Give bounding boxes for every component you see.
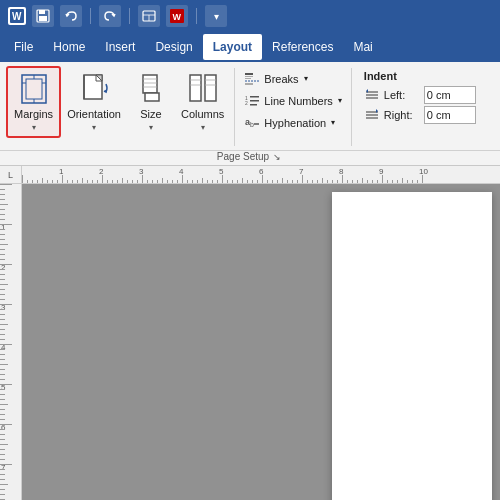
divider [129, 8, 130, 24]
breaks-button[interactable]: Breaks ▾ [239, 68, 346, 89]
indent-left-value[interactable]: 0 cm [424, 86, 476, 104]
ruler-corner: L [0, 166, 22, 184]
page-setup-dialog-btn[interactable]: ↘ [271, 151, 283, 163]
document-area: L 12345678910 12345678910 [0, 166, 500, 500]
indent-right-row: Right: 0 cm [364, 106, 476, 124]
title-bar: W W ▾ [0, 0, 500, 32]
ribbon: Margins ▾ Orientation ▾ [0, 62, 500, 166]
size-icon [133, 70, 169, 106]
orientation-arrow: ▾ [92, 123, 96, 132]
undo-button[interactable] [60, 5, 82, 27]
svg-rect-36 [245, 83, 253, 85]
margins-button[interactable]: Margins ▾ [6, 66, 61, 138]
hyphenation-icon: a b [244, 115, 260, 131]
hyphenation-dropdown: ▾ [331, 118, 335, 127]
svg-rect-34 [245, 78, 251, 79]
svg-rect-11 [26, 79, 42, 99]
save-button[interactable] [32, 5, 54, 27]
indent-title: Indent [364, 70, 476, 82]
svg-rect-33 [245, 76, 253, 77]
svg-text:b: b [250, 121, 254, 128]
margins-icon [16, 72, 52, 106]
hyphenation-button[interactable]: a b Hyphenation ▾ [239, 112, 346, 133]
page-white [332, 192, 492, 500]
svg-rect-27 [205, 75, 216, 101]
word-icon-btn[interactable]: W [166, 5, 188, 27]
svg-rect-41 [250, 104, 257, 106]
indent-left-label: Left: [384, 89, 420, 101]
breaks-icon [244, 71, 260, 87]
columns-label: Columns [181, 108, 224, 121]
ruler-corner-label: L [0, 166, 21, 183]
columns-arrow: ▾ [201, 123, 205, 132]
margins-arrow: ▾ [32, 123, 36, 132]
svg-rect-3 [39, 10, 45, 14]
ruler-vertical: 12345678910 [0, 184, 22, 500]
svg-rect-39 [250, 96, 259, 98]
breaks-label: Breaks [264, 73, 298, 85]
indent-left-row: Left: 0 cm [364, 86, 476, 104]
content-area: 12345678910 [0, 184, 500, 500]
ruler-area: L 12345678910 [0, 166, 500, 184]
breaks-dropdown: ▾ [304, 74, 308, 83]
ruler-horizontal: 12345678910 [22, 166, 500, 184]
menu-design[interactable]: Design [145, 34, 202, 60]
svg-text:W: W [173, 12, 182, 22]
line-numbers-dropdown: ▾ [338, 96, 342, 105]
size-button[interactable]: Size ▾ [127, 66, 175, 138]
columns-icon [185, 70, 221, 106]
document-canvas [22, 184, 500, 500]
line-numbers-label: Line Numbers [264, 95, 332, 107]
redo-button[interactable] [99, 5, 121, 27]
orientation-button[interactable]: Orientation ▾ [61, 66, 127, 138]
svg-rect-22 [145, 93, 159, 101]
line-numbers-button[interactable]: 1 2 Line Numbers ▾ [239, 90, 346, 111]
menu-home[interactable]: Home [43, 34, 95, 60]
size-arrow: ▾ [149, 123, 153, 132]
indent-section: Indent Left: 0 cm [356, 66, 484, 148]
menu-insert[interactable]: Insert [95, 34, 145, 60]
svg-rect-4 [39, 16, 47, 21]
svg-rect-40 [250, 100, 259, 102]
divider [90, 8, 91, 24]
indent-right-value[interactable]: 0 cm [424, 106, 476, 124]
svg-text:W: W [12, 11, 22, 22]
margins-label: Margins [14, 108, 53, 121]
menu-file[interactable]: File [4, 34, 43, 60]
orientation-label: Orientation [67, 108, 121, 121]
svg-rect-21 [143, 75, 157, 93]
hyphenation-label: Hyphenation [264, 117, 326, 129]
stacked-buttons-group: Breaks ▾ 1 2 Line Numbers ▾ [239, 66, 346, 148]
menu-references[interactable]: References [262, 34, 343, 60]
indent-right-icon [364, 107, 380, 123]
indent-right-label: Right: [384, 109, 420, 121]
menu-layout[interactable]: Layout [203, 34, 262, 60]
svg-rect-26 [190, 75, 201, 101]
menu-mai[interactable]: Mai [343, 34, 382, 60]
columns-button[interactable]: Columns ▾ [175, 66, 230, 138]
size-label: Size [140, 108, 161, 121]
menu-bar: File Home Insert Design Layout Reference… [0, 32, 500, 62]
line-numbers-icon: 1 2 [244, 93, 260, 109]
indent-left-icon [364, 87, 380, 103]
orientation-icon [76, 70, 112, 106]
page-setup-label: Page Setup [217, 151, 269, 163]
word-icon: W [8, 7, 26, 25]
svg-text:2: 2 [245, 100, 248, 106]
divider [196, 8, 197, 24]
ribbon-content: Margins ▾ Orientation ▾ [0, 66, 500, 148]
more-button[interactable]: ▾ [205, 5, 227, 27]
format-button[interactable] [138, 5, 160, 27]
separator [234, 68, 235, 146]
svg-rect-32 [245, 73, 253, 75]
separator2 [351, 68, 352, 146]
